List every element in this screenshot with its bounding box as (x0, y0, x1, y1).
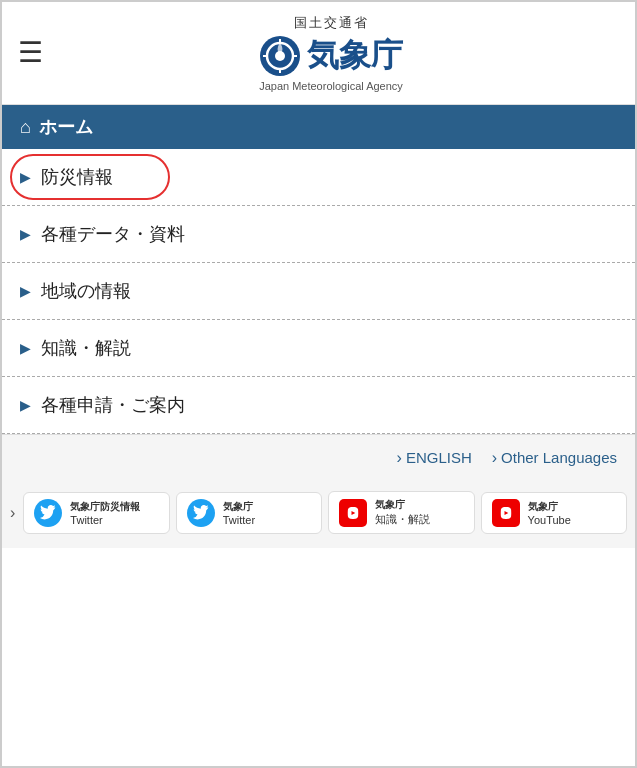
agency-name-en: Japan Meteorological Agency (259, 80, 403, 92)
menu-item-shinsei[interactable]: ▶ 各種申請・ご案内 (2, 377, 635, 434)
other-languages-link[interactable]: Other Languages (492, 449, 617, 467)
menu-label-1: 各種データ・資料 (41, 222, 185, 246)
social-sub-4: YouTube (528, 514, 571, 526)
menu-item-chiiki[interactable]: ▶ 地域の情報 (2, 263, 635, 320)
menu-item-bousai[interactable]: ▶ 防災情報 (2, 149, 635, 206)
social-card-twitter-bousai[interactable]: 気象庁防災情報 Twitter (23, 492, 169, 534)
agency-name: 気象庁 (307, 34, 403, 78)
menu-list: ▶ 防災情報 ▶ 各種データ・資料 ▶ 地域の情報 ▶ 知識・解説 ▶ 各種申請… (2, 149, 635, 434)
social-sub-1: Twitter (70, 514, 140, 526)
logo-area: 国土交通省 気象庁 Japan Meteorological Agency (43, 14, 619, 92)
social-row: › 気象庁防災情報 Twitter 気象庁 Twitter 気象庁 知識・解説 (2, 481, 635, 548)
hamburger-menu[interactable]: ☰ (18, 39, 43, 67)
menu-arrow-0: ▶ (20, 169, 31, 185)
social-main-4: 気象庁 (528, 500, 571, 514)
menu-arrow-4: ▶ (20, 397, 31, 413)
social-card-youtube-chishiki[interactable]: 気象庁 知識・解説 (328, 491, 474, 534)
home-label: ホーム (39, 115, 93, 139)
jma-logo-icon (259, 35, 301, 77)
youtube-icon-1 (339, 499, 367, 527)
menu-label-2: 地域の情報 (41, 279, 131, 303)
social-main-2: 気象庁 (223, 500, 255, 514)
header: ☰ 国土交通省 気象庁 Japan Meteorological Agency (2, 2, 635, 105)
social-text-youtube-chishiki: 気象庁 知識・解説 (375, 498, 430, 527)
home-icon: ⌂ (20, 117, 31, 138)
social-expand-arrow[interactable]: › (10, 504, 15, 522)
social-card-twitter-jma[interactable]: 気象庁 Twitter (176, 492, 322, 534)
social-card-youtube-jma[interactable]: 気象庁 YouTube (481, 492, 627, 534)
english-link[interactable]: ENGLISH (397, 449, 472, 467)
social-sub-2: Twitter (223, 514, 255, 526)
logo-main: 気象庁 (259, 34, 403, 78)
social-text-twitter-bousai: 気象庁防災情報 Twitter (70, 500, 140, 526)
social-main-1: 気象庁防災情報 (70, 500, 140, 514)
menu-arrow-1: ▶ (20, 226, 31, 242)
menu-label-3: 知識・解説 (41, 336, 131, 360)
social-main-3: 気象庁 (375, 498, 430, 512)
youtube-icon-2 (492, 499, 520, 527)
menu-arrow-3: ▶ (20, 340, 31, 356)
menu-label-0: 防災情報 (41, 165, 113, 189)
social-sub-3: 知識・解説 (375, 512, 430, 527)
menu-label-4: 各種申請・ご案内 (41, 393, 185, 417)
menu-item-chishiki[interactable]: ▶ 知識・解説 (2, 320, 635, 377)
social-text-youtube-jma: 気象庁 YouTube (528, 500, 571, 526)
menu-arrow-2: ▶ (20, 283, 31, 299)
twitter-icon-1 (34, 499, 62, 527)
footer-links: ENGLISH Other Languages (2, 434, 635, 481)
menu-item-data[interactable]: ▶ 各種データ・資料 (2, 206, 635, 263)
social-text-twitter-jma: 気象庁 Twitter (223, 500, 255, 526)
nav-bar[interactable]: ⌂ ホーム (2, 105, 635, 149)
twitter-icon-2 (187, 499, 215, 527)
agency-parent: 国土交通省 (294, 14, 369, 32)
